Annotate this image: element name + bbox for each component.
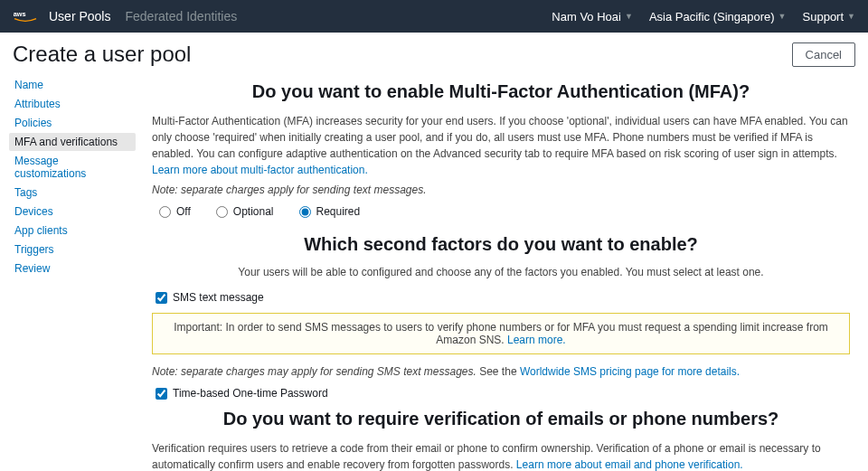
aws-logo[interactable]: aws: [13, 9, 38, 24]
sns-warning: Important: In order to send SMS messages…: [152, 313, 850, 354]
cancel-button[interactable]: Cancel: [792, 42, 855, 67]
factors-sub: Your users will be able to configured an…: [152, 266, 850, 278]
region-menu[interactable]: Asia Pacific (Singapore)▼: [649, 10, 787, 24]
sms-pricing-link[interactable]: Worldwide SMS pricing page for more deta…: [520, 365, 740, 378]
mfa-optional-radio[interactable]: Optional: [216, 205, 274, 218]
nav-federated[interactable]: Federated Identities: [125, 9, 237, 24]
sidebar-item-tags[interactable]: Tags: [9, 184, 136, 202]
sidebar-item-review[interactable]: Review: [9, 259, 136, 278]
nav-user-pools[interactable]: User Pools: [49, 9, 110, 24]
svg-text:aws: aws: [14, 10, 26, 18]
mfa-description: Multi-Factor Authentication (MFA) increa…: [152, 113, 850, 178]
mfa-off-radio[interactable]: Off: [159, 205, 191, 218]
mfa-note: Note: separate charges apply for sending…: [152, 184, 850, 196]
sidebar-item-policies[interactable]: Policies: [9, 114, 136, 132]
verify-heading: Do you want to require verification of e…: [152, 409, 850, 429]
totp-checkbox[interactable]: Time-based One-time Password: [152, 387, 850, 400]
sns-learn-link[interactable]: Learn more.: [507, 334, 566, 346]
mfa-heading: Do you want to enable Multi-Factor Authe…: [152, 81, 850, 102]
factors-heading: Which second factors do you want to enab…: [152, 234, 850, 255]
sidebar-item-attributes[interactable]: Attributes: [9, 95, 136, 113]
sidebar-item-devices[interactable]: Devices: [9, 203, 136, 221]
support-menu[interactable]: Support▼: [803, 10, 855, 24]
main-content: Do you want to enable Multi-Factor Authe…: [143, 76, 859, 471]
mfa-learn-link[interactable]: Learn more about multi-factor authentica…: [152, 164, 368, 176]
sidebar-item-app-clients[interactable]: App clients: [9, 221, 136, 240]
page-header: Create a user pool Cancel: [0, 33, 868, 76]
sms-checkbox[interactable]: SMS text message: [152, 291, 850, 304]
top-header: aws User Pools Federated Identities Nam …: [0, 0, 868, 33]
page-title: Create a user pool: [13, 42, 191, 67]
wizard-sidebar: NameAttributesPoliciesMFA and verificati…: [9, 76, 143, 471]
sms-pricing-note: Note: separate charges may apply for sen…: [152, 365, 850, 378]
verify-description: Verification requires users to retrieve …: [152, 440, 850, 471]
mfa-required-radio[interactable]: Required: [299, 205, 361, 218]
sidebar-item-triggers[interactable]: Triggers: [9, 240, 136, 259]
account-menu[interactable]: Nam Vo Hoai▼: [552, 10, 633, 24]
sidebar-item-name[interactable]: Name: [9, 76, 136, 94]
verify-learn-link[interactable]: Learn more about email and phone verific…: [516, 458, 743, 471]
sidebar-item-message-customizations[interactable]: Message customizations: [9, 152, 136, 183]
sidebar-item-mfa-and-verifications[interactable]: MFA and verifications: [9, 133, 136, 151]
